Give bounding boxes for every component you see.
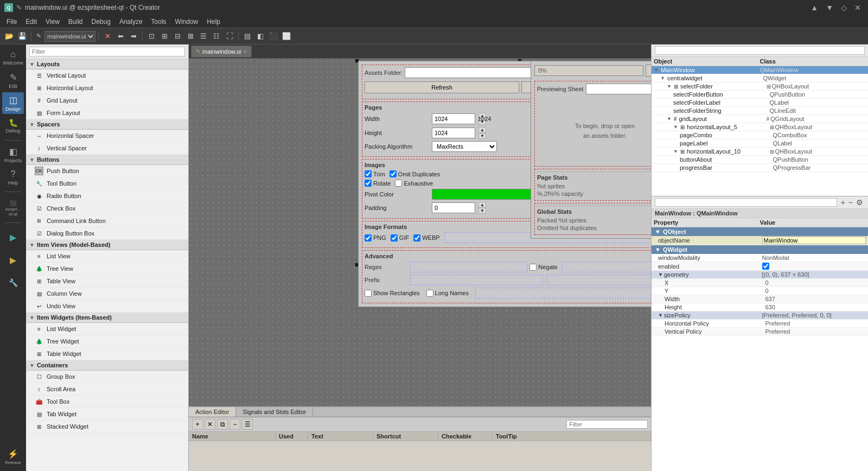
toolbar-misc2[interactable]: ◧ [254, 30, 266, 42]
close-btn[interactable]: ✕ [852, 3, 864, 12]
rotate-checkbox[interactable] [365, 180, 372, 187]
palette-tool-box[interactable]: 🧰 Tool Box [26, 396, 188, 408]
gif-label[interactable]: GIF [391, 234, 409, 241]
refresh-button[interactable]: Refresh [365, 81, 519, 93]
prop-v-policy[interactable]: Vertical Policy Preferred [652, 328, 868, 336]
rotate-checkbox-label[interactable]: Rotate [365, 180, 391, 187]
obj-row-selectfolder[interactable]: ▼ ⊞ selectFolder ⊞ QHBoxLayout [652, 82, 868, 91]
palette-v-spacer[interactable]: ↕ Vertical Spacer [26, 142, 188, 155]
padding-up-arrow[interactable]: ▲ [478, 202, 486, 208]
about-button[interactable]: About [646, 65, 651, 77]
palette-undo-view[interactable]: ↩ Undo View [26, 300, 188, 313]
sidebar-run[interactable]: ▶ [2, 226, 24, 248]
toolbar-open[interactable]: 📂 [3, 30, 15, 42]
palette-tree-view[interactable]: 🌲 Tree View [26, 263, 188, 275]
prop-y[interactable]: Y 0 [652, 287, 868, 295]
padding-down-arrow[interactable]: ▼ [478, 208, 486, 214]
packing-combo[interactable]: MaxRects [432, 141, 497, 152]
palette-radio-button[interactable]: ◉ Radio Button [26, 190, 188, 202]
exhaustive-checkbox[interactable] [395, 180, 402, 187]
sidebar-build[interactable]: 🔧 [2, 272, 24, 294]
section-spacers[interactable]: ▼ Spacers [26, 119, 188, 130]
omit-dup-checkbox[interactable] [390, 170, 397, 177]
toolbar-undo[interactable]: ⬅ [114, 30, 126, 42]
section-buttons[interactable]: ▼ Buttons [26, 155, 188, 165]
show-rect-checkbox[interactable] [365, 290, 372, 297]
palette-command-link[interactable]: ⊞ Command Link Button [26, 215, 188, 227]
negate-checkbox[interactable] [529, 264, 537, 271]
toolbar-layout5[interactable]: ☰ [197, 30, 209, 42]
menu-debug[interactable]: Debug [87, 17, 115, 27]
palette-list-widget[interactable]: ≡ List Widget [26, 323, 188, 335]
toolbar-save[interactable]: 💾 [16, 30, 28, 42]
toolbar-layout1[interactable]: ⊡ [145, 30, 157, 42]
palette-form-layout[interactable]: ▤ Form Layout [26, 107, 188, 119]
toolbar-break[interactable]: ⛶ [224, 30, 235, 42]
webp-checkbox[interactable] [413, 234, 420, 241]
prop-windowmodality[interactable]: windowModality NonModal [652, 254, 868, 262]
obj-row-centralwidget[interactable]: ▼ centralwidget QWidget [652, 74, 868, 82]
trim-checkbox[interactable] [365, 170, 372, 177]
previewing-combo[interactable] [586, 84, 651, 94]
prop-x[interactable]: X 0 [652, 279, 868, 287]
palette-vertical-layout[interactable]: ☰ Vertical Layout [26, 69, 188, 82]
height-down-arrow[interactable]: ▼ [478, 133, 486, 139]
menu-tools[interactable]: Tools [147, 17, 171, 27]
signals-slots-tab[interactable]: Signals and Slots Editor [236, 407, 313, 417]
menu-help[interactable]: Help [202, 17, 225, 27]
prop-h-policy[interactable]: Horizontal Policy Preferred [652, 320, 868, 328]
menu-build[interactable]: Build [64, 17, 87, 27]
obj-row-hlayout10[interactable]: ▼ ⊞ horizontalLayout_10 ⊞ QHBoxLayout [652, 148, 868, 156]
obj-row-pagecombo[interactable]: pageCombo QComboBox [652, 131, 868, 139]
palette-stacked-widget[interactable]: ⊞ Stacked Widget [26, 421, 188, 433]
object-filter-input[interactable] [655, 46, 865, 55]
png-checkbox[interactable] [365, 234, 372, 241]
action-copy-btn[interactable]: ⧉ [217, 419, 228, 430]
section-item-widgets[interactable]: ▼ Item Widgets (Item-Based) [26, 313, 188, 323]
height-up-arrow[interactable]: ▲ [478, 127, 486, 133]
palette-filter-input[interactable] [29, 47, 185, 56]
obj-row-progressbar[interactable]: progressBar QProgressBar [652, 164, 868, 172]
obj-row-buttonabout[interactable]: buttonAbout QPushButton [652, 156, 868, 164]
palette-tab-widget[interactable]: ▤ Tab Widget [26, 408, 188, 421]
obj-row-selectfolderbutton[interactable]: selectFolderButton QPushButton [652, 91, 868, 99]
toolbar-misc3[interactable]: ⬛ [267, 30, 279, 42]
padding-input[interactable] [432, 202, 475, 213]
palette-group-box[interactable]: ☐ Group Box [26, 371, 188, 383]
menu-file[interactable]: File [2, 17, 21, 27]
height-input[interactable] [432, 128, 475, 138]
action-editor-tab[interactable]: Action Editor [189, 407, 236, 417]
toolbar-layout3[interactable]: ⊟ [171, 30, 183, 42]
palette-push-button[interactable]: OK Push Button [26, 165, 188, 177]
obj-row-selectfolderstring[interactable]: selectFolderString QLineEdit [652, 107, 868, 115]
prop-height[interactable]: Height 630 [652, 303, 868, 311]
long-names-label[interactable]: Long Names [426, 290, 469, 297]
menu-analyze[interactable]: Analyze [115, 17, 147, 27]
palette-tree-widget[interactable]: 🌲 Tree Widget [26, 335, 188, 348]
palette-table-widget[interactable]: ⊞ Table Widget [26, 348, 188, 360]
prop-geometry[interactable]: ▼ geometry [(0, 0), 637 × 630] [652, 271, 868, 279]
sidebar-projects[interactable]: ◧ Projects [2, 144, 24, 166]
palette-grid-layout[interactable]: # Grid Layout [26, 94, 188, 107]
tab-mainwindow[interactable]: ✎ mainwindow.ui × [191, 46, 252, 58]
canvas-area[interactable]: Assets Folder: ... Refresh Export Pages [189, 59, 651, 406]
enabled-checkbox[interactable] [762, 263, 769, 270]
action-remove-btn[interactable]: − [229, 419, 240, 430]
palette-check-box[interactable]: ☑ Check Box [26, 202, 188, 215]
toolbar-misc1[interactable]: ▤ [241, 30, 253, 42]
props-minus-icon[interactable]: − [847, 198, 854, 207]
palette-scroll-area[interactable]: ↕ Scroll Area [26, 383, 188, 396]
palette-horizontal-layout[interactable]: ⊞ Horizontal Layout [26, 82, 188, 94]
toolbar-redo[interactable]: ➡ [127, 30, 139, 42]
sidebar-project-name[interactable]: ⬛ ezspri...et-qt [2, 198, 24, 219]
sidebar-release[interactable]: ⚡ Release [2, 446, 24, 468]
sidebar-design[interactable]: ◫ Design [2, 92, 24, 114]
obj-row-hlayout5[interactable]: ▼ ⊞ horizontalLayout_5 ⊞ QHBoxLayout [652, 123, 868, 131]
toolbar-layout2[interactable]: ⊞ [158, 30, 170, 42]
sidebar-welcome[interactable]: ⌂ Welcome [2, 47, 24, 68]
palette-tool-button[interactable]: 🔧 Tool Button [26, 177, 188, 190]
objectname-input[interactable] [762, 237, 866, 244]
sidebar-debug[interactable]: 🐛 Debug [2, 115, 24, 137]
width-input[interactable] [432, 113, 475, 124]
action-filter-input[interactable] [566, 420, 648, 429]
